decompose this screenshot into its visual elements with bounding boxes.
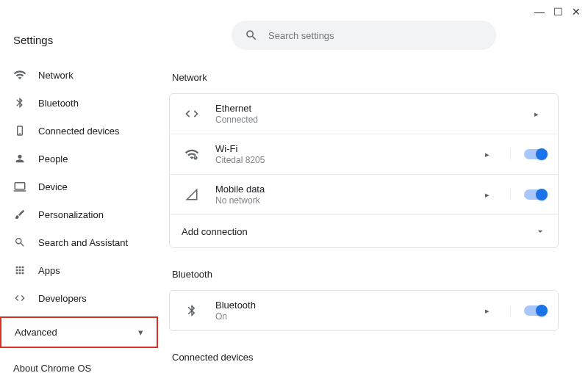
mobile-toggle[interactable] xyxy=(524,189,546,200)
sidebar-item-connected-devices[interactable]: Connected devices xyxy=(0,117,158,145)
section-title-bluetooth: Bluetooth xyxy=(172,269,559,280)
chevron-right-icon: ▸ xyxy=(478,150,497,159)
sidebar-item-label: Bluetooth xyxy=(38,98,79,109)
network-card: Ethernet Connected ▸ Wi-Fi Citedal 8205 … xyxy=(169,93,559,248)
search-icon xyxy=(13,236,26,249)
search-input[interactable] xyxy=(268,30,483,41)
bluetooth-title: Bluetooth xyxy=(215,300,465,311)
sidebar-item-label: Developers xyxy=(38,293,87,304)
advanced-label: Advanced xyxy=(15,327,57,338)
bluetooth-sub: On xyxy=(215,311,465,322)
sidebar-item-search-assistant[interactable]: Search and Assistant xyxy=(0,228,158,256)
sidebar-item-label: Personalization xyxy=(38,209,104,220)
add-connection-row[interactable]: Add connection xyxy=(170,215,558,247)
bluetooth-icon xyxy=(13,96,26,109)
wifi-title: Wi-Fi xyxy=(215,143,465,154)
chevron-down-icon xyxy=(534,225,546,237)
bluetooth-toggle[interactable] xyxy=(524,305,546,316)
wifi-toggle[interactable] xyxy=(524,149,546,159)
phone-icon xyxy=(13,124,26,137)
sidebar-about[interactable]: About Chrome OS xyxy=(0,348,158,373)
sidebar-item-label: Search and Assistant xyxy=(38,237,128,248)
search-icon xyxy=(245,29,258,42)
wifi-sub: Citedal 8205 xyxy=(215,155,465,165)
sidebar-item-label: Apps xyxy=(38,265,60,276)
sidebar-item-developers[interactable]: Developers xyxy=(0,284,158,312)
sidebar-item-network[interactable]: Network xyxy=(0,61,158,89)
add-connection-label: Add connection xyxy=(182,226,248,237)
page-title: Settings xyxy=(0,34,158,61)
sidebar-item-device[interactable]: Device xyxy=(0,173,158,200)
person-icon xyxy=(13,152,26,165)
code-icon xyxy=(13,291,26,305)
sidebar-item-apps[interactable]: Apps xyxy=(0,256,158,284)
chevron-right-icon: ▸ xyxy=(527,109,546,119)
sidebar-item-label: Network xyxy=(38,70,74,81)
sidebar-advanced[interactable]: Advanced ▾ xyxy=(0,316,158,348)
bluetooth-icon xyxy=(182,304,202,317)
section-title-network: Network xyxy=(172,72,559,83)
chevron-right-icon: ▸ xyxy=(478,306,497,316)
ethernet-row[interactable]: Ethernet Connected ▸ xyxy=(170,94,558,134)
mobile-row[interactable]: Mobile data No network ▸ xyxy=(170,175,558,215)
bluetooth-row[interactable]: Bluetooth On ▸ xyxy=(170,291,558,330)
laptop-icon xyxy=(13,180,26,193)
ethernet-icon xyxy=(182,106,202,121)
section-title-connected: Connected devices xyxy=(172,352,559,363)
wifi-row[interactable]: Wi-Fi Citedal 8205 ▸ xyxy=(170,134,558,175)
wifi-icon xyxy=(13,68,26,82)
sidebar-item-personalization[interactable]: Personalization xyxy=(0,200,158,228)
brush-icon xyxy=(13,208,26,221)
sidebar-item-label: Device xyxy=(38,181,68,192)
apps-icon xyxy=(13,264,26,277)
ethernet-title: Ethernet xyxy=(215,103,514,114)
sidebar-item-people[interactable]: People xyxy=(0,145,158,173)
chevron-right-icon: ▸ xyxy=(478,190,497,200)
mobile-title: Mobile data xyxy=(215,184,465,195)
sidebar-item-bluetooth[interactable]: Bluetooth xyxy=(0,89,158,117)
bluetooth-card: Bluetooth On ▸ xyxy=(169,290,559,331)
mobile-signal-icon xyxy=(182,188,202,201)
sidebar-item-label: Connected devices xyxy=(38,126,120,137)
chevron-down-icon: ▾ xyxy=(138,327,143,338)
search-box[interactable] xyxy=(232,21,496,50)
ethernet-sub: Connected xyxy=(215,115,514,125)
wifi-icon xyxy=(182,147,202,162)
svg-rect-2 xyxy=(15,183,25,189)
mobile-sub: No network xyxy=(215,195,465,206)
sidebar-item-label: People xyxy=(38,153,68,164)
